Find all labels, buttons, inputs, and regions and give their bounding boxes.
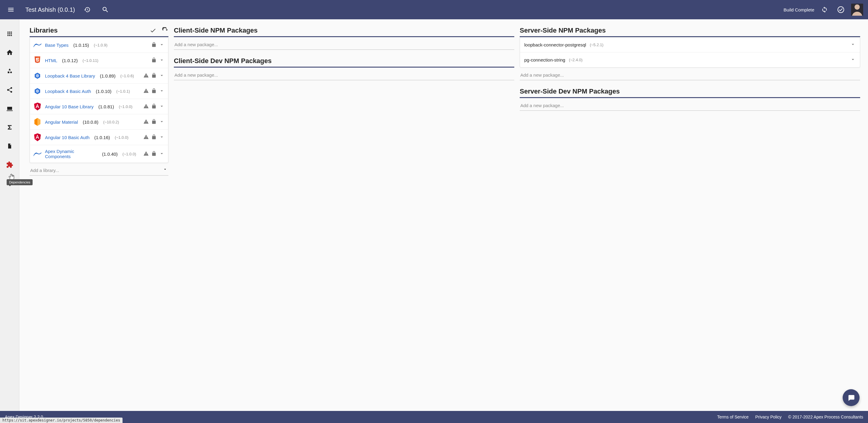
package-row: pg-connection-string (~2.4.0) [520,53,860,67]
app-title: Test Ashish (0.0.1) [25,6,75,13]
expand-button[interactable] [850,57,856,63]
library-link[interactable]: Angular Material [45,120,78,125]
package-version: (~5.2.1) [590,42,603,47]
library-range: (~1.0.0) [123,152,136,156]
material-icon [33,118,41,126]
library-link[interactable]: Base Types [45,42,68,48]
library-version: (1.0.89) [100,73,116,78]
angular-icon [33,103,41,110]
lock-icon [151,134,157,140]
library-link[interactable]: HTML [45,58,57,63]
expand-button[interactable] [159,73,164,79]
nav-rail: Dependencies [0,19,19,411]
add-server-pkg-input[interactable] [520,69,860,80]
library-range: (~1.0.9) [94,43,107,47]
menu-button[interactable] [5,4,17,16]
library-row: Base Types (1.0.15) (~1.0.9) [30,37,168,53]
library-link[interactable]: Loopback 4 Base Library [45,73,95,78]
library-version: (1.0.15) [73,42,89,48]
expand-button[interactable] [159,88,164,94]
library-range: (~1.0.0) [115,135,128,140]
server-pkg-list: loopback-connector-postgresql (~5.2.1) p… [520,37,860,68]
library-version: (1.0.40) [102,152,118,157]
package-version: (~2.4.0) [569,58,583,62]
warning-icon [143,119,149,125]
add-client-dev-pkg-input[interactable] [174,69,514,80]
client-npm-title: Client-Side NPM Packages [174,27,258,34]
add-server-dev-pkg-input[interactable] [520,99,860,111]
add-library-input[interactable] [30,164,168,175]
library-link[interactable]: Angular 10 Basic Auth [45,135,90,140]
angular-icon [33,133,41,141]
library-link[interactable]: Loopback 4 Basic Auth [45,89,91,94]
warning-icon [143,134,149,140]
expand-button[interactable] [159,103,164,110]
nav-laptop[interactable] [4,103,16,115]
expand-button[interactable] [159,134,164,140]
nav-sigma[interactable] [4,121,16,133]
library-range: (~1.0.6) [120,74,134,78]
nav-file[interactable] [4,140,16,152]
library-row: Angular 10 Basic Auth (1.0.16) (~1.0.0) [30,130,168,145]
lock-icon [151,57,157,64]
libraries-refresh-button[interactable] [162,27,168,34]
user-avatar[interactable] [851,4,863,16]
library-range: (~10.0.2) [103,120,119,124]
lock-icon [151,73,157,79]
nav-dependencies[interactable] [4,159,16,171]
library-row: HTML (1.0.12) (~1.0.11) [30,53,168,68]
search-button[interactable] [99,4,112,16]
nav-objects[interactable] [4,65,16,77]
server-dev-npm-title: Server-Side Dev NPM Packages [520,88,620,95]
client-dev-npm-title: Client-Side Dev NPM Packages [174,57,272,65]
add-library-dropdown[interactable] [163,167,167,172]
sync-button[interactable] [818,4,831,16]
apex-icon [33,41,41,49]
nav-tooltip: Dependencies [7,179,33,185]
library-version: (1.0.10) [96,89,112,94]
warning-icon [143,73,149,79]
check-circle-button[interactable] [835,4,847,16]
library-version: (1.0.16) [94,135,110,140]
lock-icon [151,103,157,110]
build-status: Build Complete [783,7,814,12]
expand-button[interactable] [159,42,164,48]
browser-status-url: https://sit.apexdesigner.io/projects/585… [0,418,123,423]
library-version: (1.0.81) [98,104,114,109]
libraries-list: Base Types (1.0.15) (~1.0.9) [30,37,168,163]
add-client-pkg-input[interactable] [174,38,514,50]
loopback-icon [33,72,41,80]
library-range: (~1.0.1) [116,89,130,94]
nav-apps[interactable] [4,28,16,40]
expand-button[interactable] [159,57,164,64]
library-version: (10.0.8) [83,120,98,125]
expand-button[interactable] [159,151,164,157]
libraries-check-button[interactable] [150,27,156,34]
lock-icon [151,151,157,157]
footer: Apex Designer 2.2.0 Terms of Service Pri… [0,411,868,423]
warning-icon [143,103,149,110]
html5-icon [33,57,41,64]
terms-link[interactable]: Terms of Service [717,415,748,419]
copyright: © 2017-2022 Apex Process Consultants [788,415,863,419]
app-header: Test Ashish (0.0.1) Build Complete [0,0,868,19]
nav-home[interactable] [4,46,16,59]
library-version: (1.0.12) [62,58,78,63]
chat-fab[interactable] [843,389,860,406]
expand-button[interactable] [159,119,164,125]
history-button[interactable] [81,4,93,16]
server-npm-title: Server-Side NPM Packages [520,27,606,34]
lock-icon [151,119,157,125]
library-row: Loopback 4 Base Library (1.0.89) (~1.0.6… [30,68,168,84]
nav-share[interactable] [4,84,16,96]
package-row: loopback-connector-postgresql (~5.2.1) [520,37,860,53]
library-row: Angular 10 Base Library (1.0.81) (~1.0.0… [30,99,168,115]
library-link[interactable]: Angular 10 Base Library [45,104,94,109]
privacy-link[interactable]: Privacy Policy [755,415,781,419]
loopback-icon [33,87,41,95]
expand-button[interactable] [850,42,856,48]
libraries-title: Libraries [30,27,58,34]
library-range: (~1.0.0) [119,104,132,109]
lock-icon [151,88,157,94]
library-link[interactable]: Apex Dynamic Components [45,149,97,159]
